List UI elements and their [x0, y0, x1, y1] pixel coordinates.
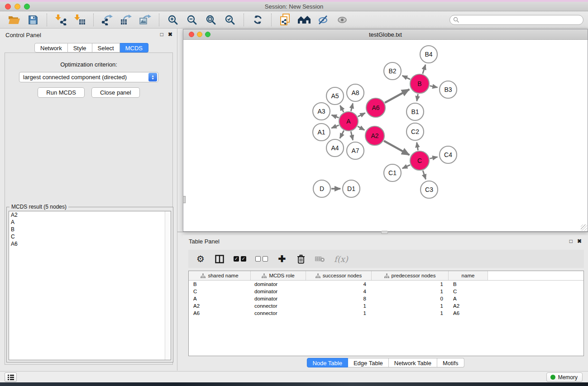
zoom-out-button[interactable]	[184, 13, 200, 27]
graph-node-C3[interactable]: C3	[421, 181, 438, 198]
graph-edge-B-B4[interactable]	[423, 65, 425, 74]
column-header-name[interactable]: name	[449, 271, 488, 280]
export-network-button[interactable]	[99, 13, 115, 27]
delete-table-button[interactable]	[315, 253, 325, 265]
table-row-A6[interactable]: A6connector11A6	[189, 310, 583, 317]
graph-node-D1[interactable]: D1	[343, 180, 360, 197]
zoom-fit-button[interactable]	[203, 13, 219, 27]
tab-network-table[interactable]: Network Table	[389, 358, 437, 367]
delete-column-button[interactable]	[296, 253, 306, 265]
mcds-result-item[interactable]: A	[9, 219, 171, 226]
save-session-button[interactable]	[25, 13, 41, 27]
close-table-panel-icon[interactable]: ✖	[577, 238, 582, 244]
canvas-left-handle[interactable]	[183, 196, 186, 203]
graph-node-A5[interactable]: A5	[326, 87, 344, 105]
graph-edge-C-C1[interactable]	[402, 165, 410, 168]
graph-edge-A-A5[interactable]	[340, 105, 344, 112]
memory-button[interactable]: Memory	[546, 372, 583, 382]
graph-node-D[interactable]: D	[313, 180, 330, 197]
column-header-shared-name[interactable]: shared name	[189, 271, 251, 280]
close-panel-button[interactable]: Close panel	[91, 87, 140, 98]
mcds-list-scrollbar[interactable]	[165, 211, 171, 360]
graph-node-C2[interactable]: C2	[406, 123, 424, 140]
graph-edge-A-A7[interactable]	[351, 131, 353, 140]
tab-style[interactable]: Style	[68, 43, 92, 52]
graph-edge-A-A2[interactable]	[358, 126, 364, 130]
graph-edge-C-C3[interactable]	[423, 171, 425, 179]
search-input[interactable]	[449, 15, 583, 25]
table-row-C[interactable]: Cdominator41C	[189, 288, 583, 295]
home-button[interactable]	[296, 13, 312, 27]
mcds-result-item[interactable]: C	[9, 233, 171, 240]
graph-node-B1[interactable]: B1	[406, 103, 424, 120]
graph-node-A7[interactable]: A7	[347, 142, 364, 159]
import-table-button[interactable]	[72, 13, 88, 27]
deselect-all-button[interactable]	[255, 253, 268, 265]
import-network-button[interactable]	[53, 13, 69, 27]
graph-node-A[interactable]: A	[339, 112, 358, 131]
add-column-button[interactable]: ✚	[277, 253, 287, 265]
graph-node-A6[interactable]: A6	[366, 98, 385, 117]
show-hide-eye-button[interactable]	[334, 13, 350, 27]
column-header-successor-nodes[interactable]: successor nodes	[306, 271, 372, 280]
close-panel-icon[interactable]: ✖	[168, 31, 172, 38]
graph-node-A4[interactable]: A4	[326, 139, 344, 157]
network-canvas[interactable]: B4B2BB3B1A5A8A6A3AA1A2C2A4A7CC4C1C3DD1	[183, 40, 588, 231]
graph-edge-A-A3[interactable]	[332, 115, 339, 118]
show-network-list-button[interactable]	[5, 372, 17, 382]
graph-edge-A6-B[interactable]	[385, 89, 409, 103]
network-window-titlebar[interactable]: testGlobe.txt	[183, 29, 588, 40]
tab-motifs[interactable]: Motifs	[437, 358, 464, 367]
graph-node-B3[interactable]: B3	[440, 81, 457, 98]
mcds-result-item[interactable]: B	[9, 226, 171, 233]
graph-node-C4[interactable]: C4	[440, 146, 457, 163]
zoom-selected-button[interactable]	[222, 13, 238, 27]
graph-edge-B-B1[interactable]	[417, 94, 418, 101]
tab-network[interactable]: Network	[34, 43, 68, 52]
new-network-from-file-button[interactable]	[277, 13, 293, 27]
window-resize-grip[interactable]	[581, 224, 587, 231]
tab-select[interactable]: Select	[92, 43, 120, 52]
graph-node-C[interactable]: C	[410, 151, 429, 170]
graph-node-B4[interactable]: B4	[420, 46, 437, 63]
column-view-button[interactable]	[215, 253, 225, 265]
graph-node-A2[interactable]: A2	[365, 126, 384, 145]
table-row-A2[interactable]: A2connector11A2	[189, 302, 583, 310]
tab-edge-table[interactable]: Edge Table	[348, 358, 389, 367]
mcds-result-item[interactable]: A6	[9, 240, 171, 248]
table-row-B[interactable]: Bdominator41B	[189, 281, 583, 288]
graph-edge-A-A4[interactable]	[340, 131, 344, 138]
float-table-panel-icon[interactable]: □	[569, 238, 573, 244]
refresh-layout-button[interactable]	[249, 13, 266, 27]
table-settings-button[interactable]: ⚙	[196, 253, 206, 265]
graph-node-C1[interactable]: C1	[384, 164, 401, 181]
tab-mcds[interactable]: MCDS	[120, 43, 148, 52]
function-builder-button[interactable]: f(x)	[334, 253, 348, 265]
graph-edge-B-B3[interactable]	[430, 86, 438, 88]
column-header-MCDS-role[interactable]: MCDS role	[251, 271, 306, 280]
graph-node-B2[interactable]: B2	[384, 62, 401, 80]
toggle-graphics-details-button[interactable]	[315, 13, 331, 27]
graph-node-A1[interactable]: A1	[313, 124, 330, 141]
mcds-result-item[interactable]: A2	[9, 211, 171, 219]
splitter-handle[interactable]	[381, 231, 388, 234]
float-panel-icon[interactable]: □	[160, 31, 163, 38]
criterion-dropdown[interactable]: largest connected component (directed) ▲…	[19, 72, 158, 82]
graph-edge-A-A8[interactable]	[351, 103, 353, 111]
export-table-button[interactable]	[118, 13, 134, 27]
graph-edge-A-A6[interactable]	[358, 113, 365, 117]
select-all-button[interactable]: ✓ ✓	[234, 253, 246, 265]
table-row-A[interactable]: Adominator80A	[189, 295, 583, 302]
graph-edge-A-A1[interactable]	[331, 125, 339, 129]
column-header-predecessor-nodes[interactable]: predecessor nodes	[372, 271, 449, 280]
graph-edge-C-C4[interactable]	[430, 157, 438, 159]
graph-edge-B-B2[interactable]	[402, 76, 410, 79]
graph-edge-C-C2[interactable]	[417, 143, 418, 151]
graph-edge-A2-C[interactable]	[384, 141, 409, 155]
export-image-button[interactable]	[137, 13, 153, 27]
tab-node-table[interactable]: Node Table	[306, 358, 348, 367]
graph-node-B[interactable]: B	[410, 74, 429, 93]
zoom-in-button[interactable]	[165, 13, 181, 27]
run-mcds-button[interactable]: Run MCDS	[38, 87, 85, 98]
graph-node-A8[interactable]: A8	[347, 84, 364, 101]
